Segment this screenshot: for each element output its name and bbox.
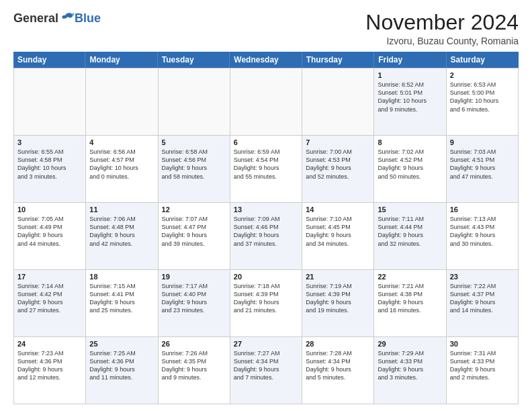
calendar-cell: 19Sunrise: 7:17 AM Sunset: 4:40 PM Dayli…	[159, 270, 230, 337]
calendar-cell	[86, 68, 158, 136]
day-info: Sunrise: 7:13 AM Sunset: 4:43 PM Dayligh…	[450, 215, 515, 248]
day-number: 18	[89, 273, 154, 281]
calendar-cell	[14, 68, 86, 136]
calendar-cell: 26Sunrise: 7:26 AM Sunset: 4:35 PM Dayli…	[159, 337, 230, 404]
day-number: 11	[89, 205, 154, 214]
day-info: Sunrise: 7:09 AM Sunset: 4:46 PM Dayligh…	[234, 215, 298, 248]
title-area: November 2024 Izvoru, Buzau County, Roma…	[365, 11, 519, 46]
day-info: Sunrise: 7:02 AM Sunset: 4:52 PM Dayligh…	[378, 148, 442, 181]
day-info: Sunrise: 6:59 AM Sunset: 4:54 PM Dayligh…	[234, 148, 298, 181]
calendar-cell: 11Sunrise: 7:06 AM Sunset: 4:48 PM Dayli…	[86, 203, 158, 270]
day-number: 21	[306, 273, 370, 281]
calendar-cell: 13Sunrise: 7:09 AM Sunset: 4:46 PM Dayli…	[230, 203, 302, 270]
weekday-header: Friday	[374, 52, 446, 68]
calendar: SundayMondayTuesdayWednesdayThursdayFrid…	[13, 52, 519, 404]
day-info: Sunrise: 7:27 AM Sunset: 4:34 PM Dayligh…	[234, 349, 298, 382]
calendar-cell: 25Sunrise: 7:25 AM Sunset: 4:36 PM Dayli…	[86, 337, 158, 404]
day-info: Sunrise: 7:25 AM Sunset: 4:36 PM Dayligh…	[89, 349, 154, 382]
day-number: 19	[162, 273, 226, 281]
calendar-cell: 1Sunrise: 6:52 AM Sunset: 5:01 PM Daylig…	[374, 68, 446, 136]
day-info: Sunrise: 7:31 AM Sunset: 4:33 PM Dayligh…	[450, 349, 515, 382]
day-info: Sunrise: 7:18 AM Sunset: 4:39 PM Dayligh…	[234, 282, 298, 315]
day-number: 1	[378, 71, 442, 79]
calendar-cell: 22Sunrise: 7:21 AM Sunset: 4:38 PM Dayli…	[374, 270, 446, 337]
calendar-cell	[230, 68, 302, 136]
location: Izvoru, Buzau County, Romania	[365, 36, 519, 46]
day-info: Sunrise: 7:11 AM Sunset: 4:44 PM Dayligh…	[378, 215, 442, 248]
day-number: 22	[378, 273, 442, 281]
day-info: Sunrise: 7:26 AM Sunset: 4:35 PM Dayligh…	[162, 349, 226, 382]
calendar-cell: 21Sunrise: 7:19 AM Sunset: 4:39 PM Dayli…	[302, 270, 374, 337]
day-number: 4	[89, 138, 154, 146]
calendar-cell: 17Sunrise: 7:14 AM Sunset: 4:42 PM Dayli…	[14, 270, 86, 337]
day-number: 9	[450, 138, 515, 146]
calendar-cell: 24Sunrise: 7:23 AM Sunset: 4:36 PM Dayli…	[14, 337, 86, 404]
calendar-row: 17Sunrise: 7:14 AM Sunset: 4:42 PM Dayli…	[14, 270, 519, 337]
month-title: November 2024	[365, 11, 519, 34]
calendar-cell: 4Sunrise: 6:56 AM Sunset: 4:57 PM Daylig…	[86, 136, 158, 203]
day-number: 30	[450, 340, 515, 348]
day-info: Sunrise: 6:53 AM Sunset: 5:00 PM Dayligh…	[450, 81, 515, 113]
day-info: Sunrise: 7:17 AM Sunset: 4:40 PM Dayligh…	[162, 282, 226, 315]
calendar-cell	[159, 68, 230, 136]
calendar-cell: 5Sunrise: 6:58 AM Sunset: 4:56 PM Daylig…	[159, 136, 230, 203]
logo-blue-text: Blue	[75, 11, 101, 26]
calendar-body: 1Sunrise: 6:52 AM Sunset: 5:01 PM Daylig…	[13, 68, 519, 404]
day-number: 7	[306, 138, 370, 146]
day-number: 2	[450, 71, 515, 79]
day-info: Sunrise: 7:29 AM Sunset: 4:33 PM Dayligh…	[378, 349, 442, 382]
day-info: Sunrise: 7:23 AM Sunset: 4:36 PM Dayligh…	[17, 349, 82, 382]
day-info: Sunrise: 7:03 AM Sunset: 4:51 PM Dayligh…	[450, 148, 515, 181]
logo-general-text: General	[13, 11, 58, 26]
day-number: 26	[162, 340, 226, 348]
day-number: 6	[234, 138, 298, 146]
day-number: 16	[450, 205, 515, 214]
day-info: Sunrise: 6:52 AM Sunset: 5:01 PM Dayligh…	[378, 81, 442, 113]
day-info: Sunrise: 7:28 AM Sunset: 4:34 PM Dayligh…	[306, 349, 370, 382]
day-info: Sunrise: 7:07 AM Sunset: 4:47 PM Dayligh…	[162, 215, 226, 248]
day-number: 29	[378, 340, 442, 348]
calendar-cell: 3Sunrise: 6:55 AM Sunset: 4:58 PM Daylig…	[14, 136, 86, 203]
day-number: 5	[162, 138, 226, 146]
day-info: Sunrise: 7:14 AM Sunset: 4:42 PM Dayligh…	[17, 282, 82, 315]
calendar-row: 1Sunrise: 6:52 AM Sunset: 5:01 PM Daylig…	[14, 68, 519, 136]
calendar-cell: 6Sunrise: 6:59 AM Sunset: 4:54 PM Daylig…	[230, 136, 302, 203]
logo-bird-icon	[60, 11, 75, 26]
day-number: 8	[378, 138, 442, 146]
calendar-cell: 9Sunrise: 7:03 AM Sunset: 4:51 PM Daylig…	[447, 136, 519, 203]
calendar-cell: 2Sunrise: 6:53 AM Sunset: 5:00 PM Daylig…	[447, 68, 519, 136]
calendar-cell: 10Sunrise: 7:05 AM Sunset: 4:49 PM Dayli…	[14, 203, 86, 270]
day-number: 17	[17, 273, 82, 281]
day-number: 12	[162, 205, 226, 214]
calendar-cell: 23Sunrise: 7:22 AM Sunset: 4:37 PM Dayli…	[447, 270, 519, 337]
day-info: Sunrise: 6:55 AM Sunset: 4:58 PM Dayligh…	[17, 148, 82, 181]
day-info: Sunrise: 7:05 AM Sunset: 4:49 PM Dayligh…	[17, 215, 82, 248]
weekday-header: Tuesday	[158, 52, 230, 68]
day-number: 24	[17, 340, 82, 348]
calendar-row: 3Sunrise: 6:55 AM Sunset: 4:58 PM Daylig…	[14, 136, 519, 203]
day-info: Sunrise: 7:22 AM Sunset: 4:37 PM Dayligh…	[450, 282, 515, 315]
calendar-cell: 20Sunrise: 7:18 AM Sunset: 4:39 PM Dayli…	[230, 270, 302, 337]
day-number: 25	[89, 340, 154, 348]
day-number: 10	[17, 205, 82, 214]
weekday-header: Monday	[85, 52, 157, 68]
weekday-header: Thursday	[302, 52, 374, 68]
calendar-cell: 14Sunrise: 7:10 AM Sunset: 4:45 PM Dayli…	[302, 203, 374, 270]
calendar-cell: 16Sunrise: 7:13 AM Sunset: 4:43 PM Dayli…	[447, 203, 519, 270]
day-info: Sunrise: 6:58 AM Sunset: 4:56 PM Dayligh…	[162, 148, 226, 181]
logo: General Blue	[13, 11, 101, 26]
calendar-cell: 12Sunrise: 7:07 AM Sunset: 4:47 PM Dayli…	[159, 203, 230, 270]
calendar-cell: 27Sunrise: 7:27 AM Sunset: 4:34 PM Dayli…	[230, 337, 302, 404]
header: General Blue November 2024 Izvoru, Buzau…	[13, 11, 519, 46]
page: General Blue November 2024 Izvoru, Buzau…	[0, 0, 532, 411]
day-number: 28	[306, 340, 370, 348]
calendar-row: 10Sunrise: 7:05 AM Sunset: 4:49 PM Dayli…	[14, 203, 519, 270]
day-number: 14	[306, 205, 370, 214]
weekday-header: Sunday	[13, 52, 85, 68]
day-info: Sunrise: 6:56 AM Sunset: 4:57 PM Dayligh…	[89, 148, 154, 181]
calendar-cell: 15Sunrise: 7:11 AM Sunset: 4:44 PM Dayli…	[374, 203, 446, 270]
weekday-header: Wednesday	[230, 52, 302, 68]
day-number: 27	[234, 340, 298, 348]
day-number: 20	[234, 273, 298, 281]
day-number: 15	[378, 205, 442, 214]
